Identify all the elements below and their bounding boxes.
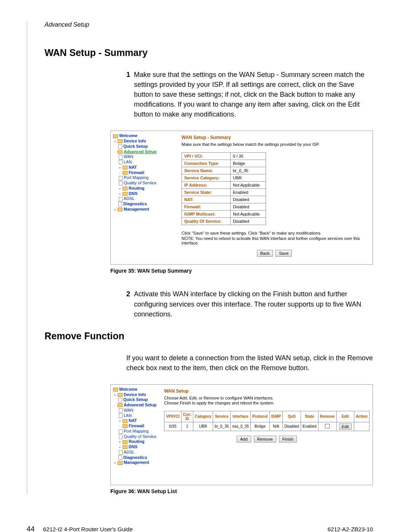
fig36-desc1: Choose Add, Edit, or Remove to configure… [164, 396, 370, 400]
tree-quick-setup[interactable]: Quick Setup [123, 144, 148, 149]
tree-dns2[interactable]: DNS [129, 444, 137, 449]
tree-diagnostics2[interactable]: Diagnostics [123, 455, 147, 460]
add-button[interactable]: Add [237, 436, 251, 443]
tree-management[interactable]: Management [124, 207, 149, 211]
tree-routing2[interactable]: Routing [129, 439, 145, 444]
nav-tree-35: Welcome +Device Info Quick Setup -Advanc… [111, 131, 176, 264]
step2-text: Activate this WAN interface by clicking … [134, 289, 373, 319]
fig35-title: WAN Setup - Summary [182, 135, 367, 140]
tree-lan[interactable]: LAN [124, 160, 132, 164]
footer: 44 6212-I2 4-Port Router User's Guide 62… [27, 525, 373, 532]
edit-button[interactable]: Edit [339, 423, 352, 430]
figure36-caption: Figure 36: WAN Setup List [110, 488, 373, 494]
tree-quick-setup2[interactable]: Quick Setup [123, 397, 148, 402]
tree-qos2[interactable]: Quality of Service [124, 434, 156, 439]
tree-diagnostics[interactable]: Diagnostics [123, 201, 147, 206]
step1-text: Make sure that the settings on the WAN S… [134, 70, 373, 119]
fig35-note1: Click "Save" to save these settings. Cli… [182, 231, 367, 235]
wan-table: VPI/VCICon. IDCategory ServiceInterfaceP… [164, 411, 370, 431]
tree-port-mapping[interactable]: Port Mapping [124, 175, 148, 180]
tree-device-info2[interactable]: Device Info [124, 392, 146, 397]
tree-lan2[interactable]: LAN [124, 413, 132, 418]
tree-dns[interactable]: DNS [129, 191, 137, 196]
section2-title: Remove Function [45, 331, 373, 342]
footer-docnum: 6212-A2-ZB23-10 [328, 526, 373, 532]
tree-welcome2[interactable]: Welcome [119, 387, 137, 391]
figure-35: Welcome +Device Info Quick Setup -Advanc… [110, 131, 373, 265]
tree-qos[interactable]: Quality of Service [124, 181, 156, 185]
section1-title: WAN Setup - Summary [45, 47, 373, 58]
remove-button[interactable]: Remove [254, 436, 276, 443]
tree-nat[interactable]: NAT [129, 165, 137, 169]
remove-checkbox[interactable] [325, 424, 330, 428]
tree-device-info[interactable]: Device Info [124, 139, 146, 143]
summary-table: VPI / VCI:0 / 35 Connection Type:Bridge … [182, 152, 266, 225]
back-button[interactable]: Back [257, 250, 273, 257]
step2-num: 2 [126, 289, 134, 319]
figure35-caption: Figure 35: WAN Setup Summary [110, 268, 373, 274]
tree-advanced-setup[interactable]: Advanced Setup [124, 149, 156, 154]
tree-wan[interactable]: WAN [124, 154, 133, 159]
tree-firewall[interactable]: Firewall [129, 170, 144, 175]
tree-advanced-setup2[interactable]: Advanced Setup [124, 403, 156, 407]
tree-management2[interactable]: Management [124, 460, 149, 465]
nav-tree-36: Welcome +Device Info Quick Setup -Advanc… [111, 385, 159, 468]
footer-guide: 6212-I2 4-Port Router User's Guide [43, 526, 132, 532]
step1-num: 1 [126, 70, 134, 119]
fig36-desc2: Choose Finish to apply the changes and r… [164, 401, 370, 405]
tree-nat2[interactable]: NAT [129, 418, 137, 423]
fig36-title: WAN Setup [164, 388, 370, 394]
tree-firewall2[interactable]: Firewall [129, 423, 144, 428]
section2-text: If you want to delete a connection from … [126, 353, 373, 373]
tree-welcome[interactable]: Welcome [119, 133, 137, 138]
tree-adsl2[interactable]: ADSL [124, 450, 135, 454]
header-section: Advanced Setup [45, 21, 373, 28]
tree-adsl[interactable]: ADSL [124, 196, 135, 201]
save-button[interactable]: Save [276, 250, 292, 257]
finish-button[interactable]: Finish [279, 436, 297, 443]
fig35-desc: Make sure that the settings below match … [182, 142, 367, 147]
table-row: 0/35 1 UBR br_0_35 nas_0_35 Bridge N/A D… [164, 422, 370, 431]
tree-port-mapping2[interactable]: Port Mapping [124, 429, 148, 433]
tree-routing[interactable]: Routing [129, 186, 145, 190]
figure-36: Welcome +Device Info Quick Setup -Advanc… [110, 384, 373, 485]
fig35-note2: NOTE: You need to reboot to activate thi… [182, 236, 367, 245]
tree-wan2[interactable]: WAN [124, 408, 133, 412]
page-number: 44 [27, 525, 35, 532]
